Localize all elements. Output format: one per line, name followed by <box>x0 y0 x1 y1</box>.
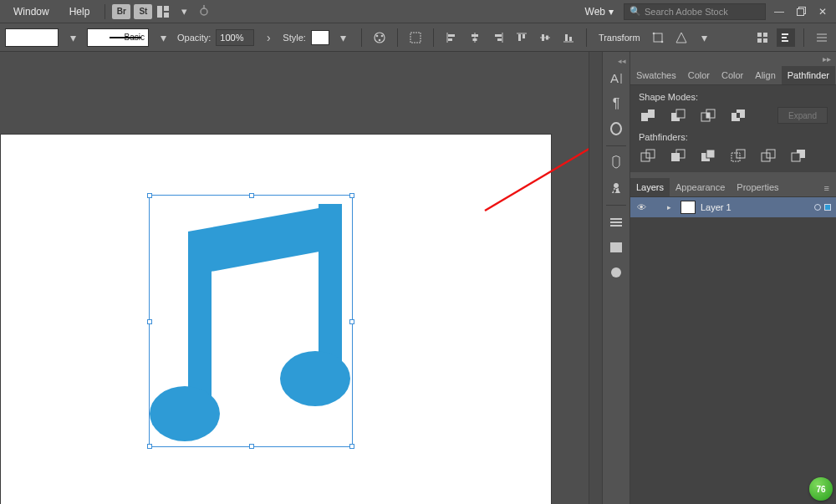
stroke-panel-icon[interactable] <box>604 117 628 140</box>
menu-window[interactable]: Window <box>5 3 58 21</box>
svg-rect-56 <box>610 242 622 252</box>
svg-point-52 <box>611 123 621 135</box>
menu-bar: Window Help Br St ▾ Web ▾ 🔍 Search Adobe… <box>0 0 836 23</box>
visibility-icon[interactable]: 👁 <box>635 202 647 212</box>
canvas-area[interactable] <box>0 52 589 504</box>
chevron-right-icon[interactable]: ▸ <box>667 203 675 211</box>
align-top-icon[interactable] <box>512 28 531 47</box>
tab-appearance[interactable]: Appearance <box>670 178 731 196</box>
layers-tabs: Layers Appearance Properties ≡ <box>630 177 836 197</box>
separator <box>104 4 105 19</box>
tab-color-guide[interactable]: Color <box>716 66 749 84</box>
panel-grip[interactable]: ▸▸ <box>630 52 836 65</box>
pathfinder-expand-button[interactable]: Expand <box>777 107 828 124</box>
minimize-button[interactable]: — <box>771 5 788 18</box>
arrange-docs-icon[interactable] <box>155 3 172 20</box>
chevron-right-icon[interactable]: › <box>259 28 278 47</box>
tab-pathfinder[interactable]: Pathfinder <box>782 66 835 84</box>
svg-rect-31 <box>654 33 662 42</box>
layer-name[interactable]: Layer 1 <box>701 202 732 212</box>
svg-rect-17 <box>472 34 478 37</box>
svg-text:A: A <box>610 71 619 85</box>
chevron-down-icon[interactable]: ▾ <box>696 28 714 47</box>
svg-rect-38 <box>763 38 767 43</box>
collapse-grip-icon[interactable]: ◂◂ <box>618 57 630 65</box>
options-bar: ▾ Basic ▾ Opacity: 100% › Style: ▾ Trans… <box>0 23 836 52</box>
close-button[interactable]: ✕ <box>814 5 831 18</box>
chevron-down-icon[interactable]: ▾ <box>154 28 172 47</box>
pathfinder-minus-front-icon[interactable] <box>669 107 687 124</box>
stock-chip[interactable]: St <box>134 4 152 19</box>
tab-color[interactable]: Color <box>682 66 716 84</box>
transform-label[interactable]: Transform <box>595 33 644 43</box>
stroke-profile[interactable]: Basic <box>87 28 149 47</box>
gpu-icon[interactable] <box>196 3 212 20</box>
workspace-body: ◂◂ A ¶ ▸▸ Swatches Color Color Align Pat… <box>0 52 836 504</box>
svg-rect-77 <box>792 153 800 161</box>
style-label: Style: <box>283 33 306 43</box>
svg-rect-15 <box>448 38 452 41</box>
svg-rect-24 <box>522 34 525 38</box>
svg-marker-34 <box>676 33 686 43</box>
layers-panel: 👁 ▸ Layer 1 <box>630 197 836 504</box>
pathfinder-trim-icon[interactable] <box>669 147 687 164</box>
bridge-chip[interactable]: Br <box>112 4 130 19</box>
svg-rect-62 <box>706 113 710 118</box>
svg-point-11 <box>379 38 381 41</box>
tab-layers[interactable]: Layers <box>630 178 670 196</box>
svg-rect-68 <box>671 153 680 161</box>
asset-export-panel-icon[interactable] <box>604 261 628 284</box>
svg-rect-12 <box>410 33 421 43</box>
pathfinder-outline-icon[interactable] <box>759 147 777 164</box>
artboard[interactable] <box>0 134 552 504</box>
pathfinder-exclude-icon[interactable] <box>729 107 747 124</box>
chevron-down-icon[interactable]: ▾ <box>176 3 192 20</box>
grid-view-icon[interactable] <box>753 28 772 47</box>
layer-thumbnail[interactable] <box>681 201 696 214</box>
menu-help[interactable]: Help <box>61 3 99 21</box>
align-bottom-icon[interactable] <box>559 28 578 47</box>
target-icon[interactable] <box>814 204 821 211</box>
tab-align[interactable]: Align <box>749 66 781 84</box>
pathfinder-minus-back-icon[interactable] <box>789 147 808 164</box>
layer-row[interactable]: 👁 ▸ Layer 1 <box>630 197 836 217</box>
pathfinder-merge-icon[interactable] <box>699 147 717 164</box>
vertical-scrollbar[interactable] <box>589 52 602 504</box>
search-input[interactable]: 🔍 Search Adobe Stock <box>624 3 766 20</box>
chevron-down-icon[interactable]: ▾ <box>64 28 82 47</box>
list-view-icon[interactable] <box>813 28 831 47</box>
fill-swatch[interactable] <box>5 28 59 47</box>
chevron-down-icon[interactable]: ▾ <box>334 28 353 47</box>
tab-swatches[interactable]: Swatches <box>630 66 682 84</box>
style-swatch[interactable] <box>311 30 329 45</box>
paragraph-panel-icon[interactable]: ¶ <box>604 92 628 115</box>
pathfinder-intersect-icon[interactable] <box>699 107 717 124</box>
svg-rect-72 <box>732 153 740 161</box>
pathfinder-unite-icon[interactable] <box>639 107 657 124</box>
align-vcenter-icon[interactable] <box>536 28 554 47</box>
selection-bounding-box[interactable] <box>149 195 353 447</box>
svg-rect-2 <box>164 13 169 18</box>
opacity-input[interactable]: 100% <box>216 29 254 46</box>
symbols-panel-icon[interactable] <box>604 176 628 200</box>
align-hcenter-icon[interactable] <box>466 28 484 47</box>
pathfinder-divide-icon[interactable] <box>639 147 657 164</box>
align-left-icon[interactable] <box>442 28 461 47</box>
panel-menu-icon[interactable]: ≡ <box>818 180 836 196</box>
align-right-icon[interactable] <box>489 28 507 47</box>
pathfinder-crop-icon[interactable] <box>729 147 747 164</box>
doc-setup-icon[interactable] <box>406 28 425 47</box>
snap-icon[interactable] <box>777 28 795 47</box>
separator <box>606 145 626 146</box>
maximize-button[interactable] <box>793 5 809 18</box>
align-panel-icon[interactable] <box>604 211 628 234</box>
shape-icon[interactable] <box>649 28 667 47</box>
isolate-icon[interactable] <box>672 28 691 47</box>
type-panel-icon[interactable]: A <box>604 67 628 90</box>
workspace-switcher[interactable]: Web ▾ <box>580 6 619 18</box>
opacity-label: Opacity: <box>177 33 211 43</box>
tab-properties[interactable]: Properties <box>731 178 784 196</box>
brushes-panel-icon[interactable] <box>604 151 628 175</box>
recolor-icon[interactable] <box>370 28 389 47</box>
artboards-panel-icon[interactable] <box>604 236 628 259</box>
